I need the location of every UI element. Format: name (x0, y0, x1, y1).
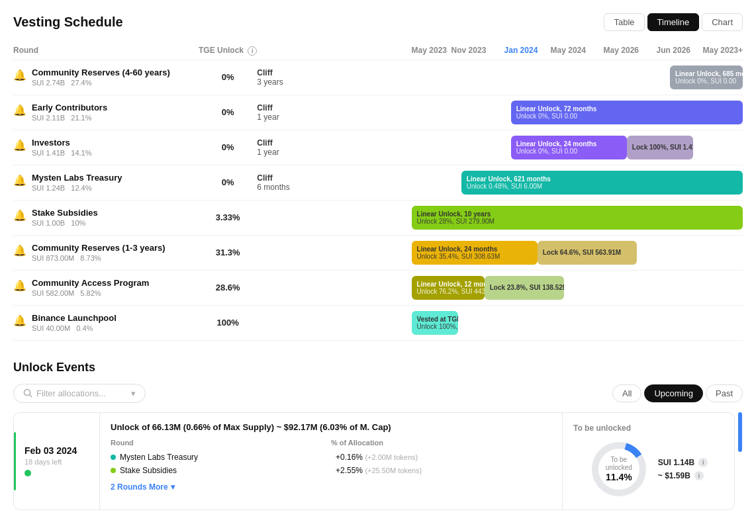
date-sidebar: Feb 03 2024 18 days left (14, 413, 100, 510)
tab-chart[interactable]: Chart (702, 13, 743, 31)
round-name: Community Access Program (32, 278, 149, 288)
round-sub: SUI 1.24B 12.4% (32, 184, 122, 192)
date-may23: May 2023 (412, 42, 451, 60)
donut-row: To beunlocked 11.4% SUI 1.14B i ~ $1.59B (589, 439, 708, 499)
tge-value: 28.6% (199, 270, 257, 305)
table-row: 🔔 Early Contributors SUI 2.11B 21.1% 0% … (13, 95, 743, 130)
round-cell: 🔔 Investors SUI 1.41B 14.1% (13, 138, 199, 157)
round-cell: 🔔 Community Reserves (1-3 years) SUI 873… (13, 243, 199, 262)
info-icon[interactable]: i (698, 458, 708, 467)
date-may26: May 2026 (604, 42, 657, 60)
cliff-cell: Cliff3 years (257, 60, 411, 95)
table-row: 🔔 Mysten Labs Treasury SUI 1.24B 12.4% 0… (13, 165, 743, 200)
view-tab-group: Table Timeline Chart (604, 13, 743, 31)
cliff-cell: Cliff1 year (257, 95, 411, 130)
bell-icon: 🔔 (13, 279, 26, 292)
col-round: Round (13, 42, 199, 60)
filter-row: Filter allocations... ▾ All Upcoming Pas… (13, 384, 743, 403)
timeline-bar: Linear Unlock, 685 months Unlock 0%, SUI… (670, 66, 743, 89)
chevron-down-icon: ▾ (171, 482, 175, 492)
unlock-main: Unlock of 66.13M (0.66% of Max Supply) ~… (100, 413, 562, 510)
table-row: 🔔 Investors SUI 1.41B 14.1% 0% Cliff1 ye… (13, 130, 743, 165)
round-sub: SUI 1.41B 14.1% (32, 149, 92, 157)
page-title: Vesting Schedule (13, 15, 123, 30)
tab-timeline[interactable]: Timeline (647, 13, 700, 31)
bell-icon: 🔔 (13, 174, 26, 187)
tge-value: 0% (199, 165, 257, 200)
round-cell: 🔔 Community Access Program SUI 582.00M 5… (13, 278, 199, 297)
round-name: Stake Subsidies (120, 466, 336, 475)
sui-amount: SUI 1.14B i (658, 458, 708, 467)
filter-input[interactable]: Filter allocations... ▾ (13, 384, 146, 403)
cliff-cell (257, 305, 411, 340)
cliff-cell (257, 235, 411, 270)
bell-icon: 🔔 (13, 104, 26, 116)
event-date: Feb 03 2024 (24, 445, 77, 456)
donut-center-text: To beunlocked 11.4% (606, 456, 632, 482)
round-cell: 🔔 Binance Launchpool SUI 40.00M 0.4% (13, 313, 199, 332)
tge-value: 0% (199, 95, 257, 130)
tge-value: 3.33% (199, 200, 257, 235)
scroll-thumb (738, 412, 742, 452)
round-name: Mysten Labs Treasury (120, 453, 336, 462)
tab-table[interactable]: Table (604, 13, 644, 31)
date-jun26: Jun 2026 (657, 42, 703, 60)
search-icon (23, 388, 32, 398)
cliff-cell: Cliff6 months (257, 165, 411, 200)
vesting-schedule-page: Vesting Schedule Table Timeline Chart Ro… (13, 13, 743, 510)
tab-past[interactable]: Past (706, 384, 743, 402)
tab-all[interactable]: All (612, 384, 641, 402)
round-name: Early Contributors (32, 103, 107, 112)
svg-line-1 (30, 395, 32, 398)
date-jan24: Jan 2024 (504, 42, 551, 60)
table-row: 🔔 Binance Launchpool SUI 40.00M 0.4% 100… (13, 305, 743, 340)
timeline-bar-locked: Lock 23.8%, SUI 138.52M (485, 276, 564, 300)
tge-value: 31.3% (199, 235, 257, 270)
round-cell: 🔔 Mysten Labs Treasury SUI 1.24B 12.4% (13, 173, 199, 192)
status-dot (24, 470, 31, 476)
scrollbar[interactable] (737, 412, 743, 510)
round-name: Community Reserves (4-60 years) (32, 67, 170, 77)
unlock-table-header: Round % of Allocation (111, 439, 551, 447)
timeline-table: Round TGE Unlock i May 2023 Nov 2023 Jan… (13, 42, 743, 341)
timeline-bar: Linear Unlock, 24 months Unlock 0%, SUI … (511, 136, 627, 159)
unlock-events-title: Unlock Events (13, 361, 743, 375)
cliff-cell: Cliff1 year (257, 130, 411, 165)
donut-chart: To beunlocked 11.4% (589, 439, 649, 499)
round-name: Investors (32, 138, 92, 148)
tge-value: 0% (199, 60, 257, 95)
timeline-bar: Linear Unlock, 10 years Unlock 28%, SUI … (412, 206, 743, 230)
donut-pct: 11.4% (606, 472, 632, 482)
table-row: 🔔 Community Access Program SUI 582.00M 5… (13, 270, 743, 305)
unlock-card-container: Feb 03 2024 18 days left Unlock of 66.13… (13, 412, 743, 510)
info-icon[interactable]: i (694, 471, 704, 480)
round-sub: SUI 582.00M 5.82% (32, 289, 149, 297)
round-cell: 🔔 Early Contributors SUI 2.11B 21.1% (13, 103, 199, 122)
table-row: 🔔 Community Reserves (1-3 years) SUI 873… (13, 235, 743, 270)
bell-icon: 🔔 (13, 209, 26, 222)
round-name: Mysten Labs Treasury (32, 173, 122, 183)
unlock-summary: To be unlocked To beunlocked 11.4% (562, 413, 734, 510)
date-nov23: Nov 2023 (451, 42, 504, 60)
more-rounds-button[interactable]: 2 Rounds More ▾ (111, 482, 551, 492)
chevron-down-icon: ▾ (131, 388, 136, 398)
timeline-bar-locked: Lock 100%, SUI 1.41B (627, 136, 693, 159)
round-name: Community Reserves (1-3 years) (32, 243, 165, 253)
tge-info-icon[interactable]: i (248, 46, 257, 56)
tab-upcoming[interactable]: Upcoming (644, 384, 703, 402)
list-item: Stake Subsidies +2.55% (+25.50M tokens) (111, 464, 551, 477)
col-pct-label: % of Allocation (331, 439, 551, 447)
timeline-bar-locked: Lock 64.6%, SUI 563.91M (538, 241, 637, 265)
bell-icon: 🔔 (13, 69, 26, 81)
bell-icon: 🔔 (13, 314, 26, 327)
col-round-label: Round (111, 439, 331, 447)
filter-placeholder: Filter allocations... (36, 388, 106, 398)
summary-values: SUI 1.14B i ~ $1.59B i (658, 458, 708, 480)
round-dot (111, 455, 116, 460)
cliff-cell (257, 200, 411, 235)
summary-title: To be unlocked (573, 423, 631, 433)
page-header: Vesting Schedule Table Timeline Chart (13, 13, 743, 31)
days-left: 18 days left (24, 458, 62, 466)
round-sub: SUI 2.11B 21.1% (32, 114, 107, 122)
table-row: 🔔 Stake Subsidies SUI 1.00B 10% 3.33% (13, 200, 743, 235)
